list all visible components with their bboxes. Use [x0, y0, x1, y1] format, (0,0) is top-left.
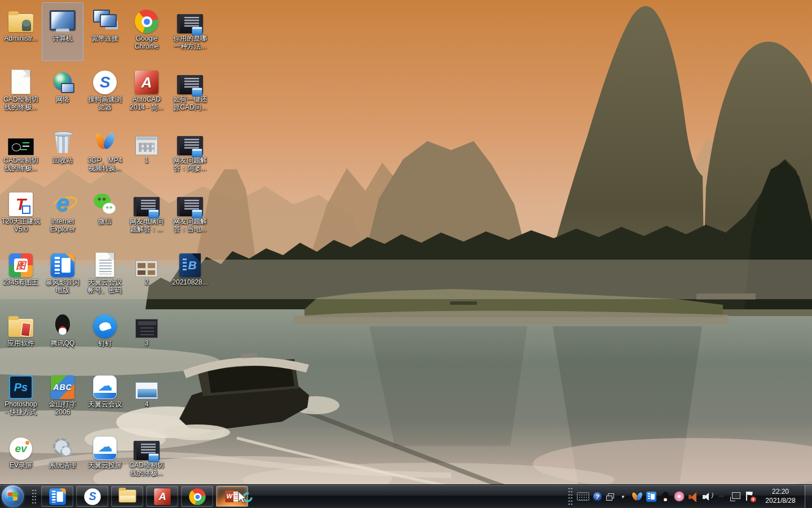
desktop-icon-ev-recorder[interactable]: evEV录屏: [0, 429, 42, 488]
desktop-icon-label: Administr...: [4, 35, 37, 43]
desktop-icon-label: 网友问题解 答：阿婆...: [173, 157, 207, 173]
desktop-icon-kingsoft-typing-2006[interactable]: ABC金山打字 2006: [42, 368, 83, 427]
language-bar-restore-icon[interactable]: [606, 493, 614, 501]
desktop-icon-dingtalk[interactable]: 钉钉: [84, 307, 126, 366]
tianyi-cloud-cast-icon: ☁: [93, 430, 117, 460]
desktop-icon-label: Internet Explorer: [50, 218, 76, 234]
taskbar-button-baofeng-player[interactable]: [41, 486, 73, 507]
desktop-icon-video-qa-power[interactable]: 网友问题解 答：当电...: [169, 185, 211, 244]
desktop-icon-cloud-meeting-account[interactable]: 天翼云会议 帐号、密码: [84, 246, 126, 305]
flower-app-icon[interactable]: [674, 492, 684, 501]
desktop-icon-google-chrome[interactable]: Google Chrome: [126, 2, 167, 61]
broadband-connection-icon: [92, 3, 118, 33]
desktop-icon-my-computer[interactable]: 计算机: [42, 2, 83, 61]
desktop-icon-cad-tangent-screenshot[interactable]: CAD绘制切 线的终极...: [0, 124, 42, 183]
desktop-icon-autocad-2014[interactable]: AAutoCAD 2014 - 简...: [126, 63, 167, 122]
t20-icon: T: [9, 192, 33, 216]
desktop-icon-tianyi-cloud-cast[interactable]: ☁天翼云投屏: [84, 429, 126, 488]
desktop-icon-video-qa-apo[interactable]: 网友问题解 答：阿婆...: [169, 124, 211, 183]
input-help-icon[interactable]: ?: [593, 492, 602, 501]
toolbar-grip[interactable]: [32, 489, 37, 505]
show-desktop-button[interactable]: [805, 485, 812, 508]
desktop-icon-administrator-folder[interactable]: Administr...: [0, 2, 42, 61]
desktop-icon-baofeng-player[interactable]: 暴风影音闪 电版: [42, 246, 83, 305]
cloud-icon: ☁: [93, 375, 117, 399]
tray-clock[interactable]: 22:20 2021/8/28: [761, 488, 800, 505]
t20-tianzheng-icon: T: [9, 186, 33, 216]
desktop-icon-system-clean[interactable]: 系统清理: [42, 429, 83, 488]
word-icon: W: [223, 487, 241, 505]
desktop-icon-image-1[interactable]: 1: [126, 124, 167, 183]
action-center-icon[interactable]: x: [744, 491, 756, 502]
volume-icon[interactable]: ): [702, 491, 713, 502]
taskbar-button-autocad[interactable]: A: [146, 486, 178, 507]
desktop-icon-video-converter[interactable]: 3GP、MP4 视频转换...: [84, 124, 126, 183]
icon-glyph: e: [56, 190, 69, 217]
desktop-icon-grid: Administr...计算机宽带连接Google Chrome你用的是哪 一种…: [0, 0, 812, 484]
ev-recorder-icon: ev: [10, 430, 32, 460]
desktop-icon-broadband-connection[interactable]: 宽带连接: [84, 2, 126, 61]
desktop-icon-app-software-folder[interactable]: 应用软件: [0, 307, 42, 366]
folder-admin-icon: [8, 14, 33, 32]
audio-manager-icon[interactable]: [687, 491, 699, 502]
desktop-icon-label: 暴风影音闪 电版: [46, 279, 80, 295]
tray-grip[interactable]: [568, 487, 573, 506]
desktop-icon-image-3[interactable]: 3: [126, 307, 167, 366]
desktop-icon-recycle-bin[interactable]: 回收站: [42, 124, 83, 183]
video-converter-icon: [92, 125, 118, 155]
desktop-icon-label: 应用软件: [7, 340, 34, 348]
broadband-icon: [92, 7, 118, 33]
start-button[interactable]: [2, 485, 24, 507]
desktop-icon-cad-tangent-video[interactable]: CAD绘制切 线的终极...: [126, 429, 167, 488]
icon-glyph: Ps: [14, 381, 28, 394]
baofeng-icon: [49, 488, 65, 505]
input-indicator-icon[interactable]: [577, 492, 589, 501]
tray-icon-group: ?▾)x: [575, 491, 757, 502]
desktop-icon-wechat[interactable]: 微信: [84, 185, 126, 244]
desktop-icon-sogou-browser[interactable]: S搜狗高速浏 览器: [84, 63, 126, 122]
desktop-icon-label: 4: [145, 401, 149, 409]
desktop-icon-label: 回收站: [52, 157, 73, 165]
icon-glyph: S: [100, 73, 111, 91]
desktop-icon-label: Google Chrome: [135, 35, 159, 51]
media-icon: [177, 136, 203, 155]
baofeng-player-icon[interactable]: [646, 492, 656, 502]
desktop-icon-t20-tianzheng[interactable]: TT20天正建筑 V5.0: [0, 185, 42, 244]
taskbar-button-windows-explorer[interactable]: [111, 486, 143, 507]
ludashi-icon[interactable]: [717, 492, 726, 501]
show-hidden-icons-icon[interactable]: ▾: [617, 491, 628, 502]
dingtalk-icon: [93, 308, 117, 338]
taskbar-button-google-chrome[interactable]: [181, 486, 213, 507]
desktop-icon-video-pc-qa[interactable]: 网友电脑问 题解答：...: [126, 185, 167, 244]
icon-glyph: ☁: [98, 377, 112, 395]
desktop-icon-video-restore-cad[interactable]: 如何一键还 原CAD问...: [169, 63, 211, 122]
chrome-icon: [189, 488, 205, 505]
icon-glyph: A: [142, 74, 152, 91]
app-software-folder-icon: [8, 308, 33, 338]
kingsoft-typing-2006-icon: ABC: [51, 369, 74, 399]
desktop-icon-tianyi-cloud-meeting[interactable]: ☁天翼云会议: [84, 368, 126, 427]
photoshop-shortcut-icon: Ps: [9, 369, 33, 399]
desktop-icon-label: 天翼云会议: [88, 401, 122, 409]
doc-icon: [11, 69, 30, 94]
video-converter-icon[interactable]: [632, 491, 643, 502]
desktop-icon-photoshop-shortcut[interactable]: PsPhotoshop - 快捷方式: [0, 368, 42, 427]
tianyi-cloud-meeting-icon: ☁: [93, 369, 117, 399]
fold-corner: [59, 488, 65, 494]
tencent-qq-icon[interactable]: [660, 491, 671, 502]
my-computer-icon: [50, 3, 76, 33]
desktop-icon-video-which-method[interactable]: 你用的是哪 一种方法...: [169, 2, 211, 61]
desktop-icon-internet-explorer[interactable]: eInternet Explorer: [42, 185, 83, 244]
desktop-icon-network[interactable]: 网络: [42, 63, 83, 122]
system-tray: ?▾)x 22:20 2021/8/28: [566, 485, 812, 508]
desktop-icon-image-2[interactable]: 2: [126, 246, 167, 305]
desktop-icon-tencent-qq[interactable]: 腾讯QQ: [42, 307, 83, 366]
desktop-icon-video-20210828[interactable]: B20210828...: [169, 246, 211, 305]
taskbar-button-sogou-browser[interactable]: S: [76, 486, 108, 507]
taskbar-button-word[interactable]: W: [216, 486, 248, 507]
desktop-icon-2345-picture-viewer[interactable]: 图2345看图王: [0, 246, 42, 305]
desktop-icon-image-4[interactable]: 4: [126, 368, 167, 427]
desktop: Administr...计算机宽带连接Google Chrome你用的是哪 一种…: [0, 0, 812, 508]
network-status-icon[interactable]: [730, 491, 741, 502]
desktop-icon-cad-tangent-doc[interactable]: CAD绘制切 线的终极...: [0, 63, 42, 122]
